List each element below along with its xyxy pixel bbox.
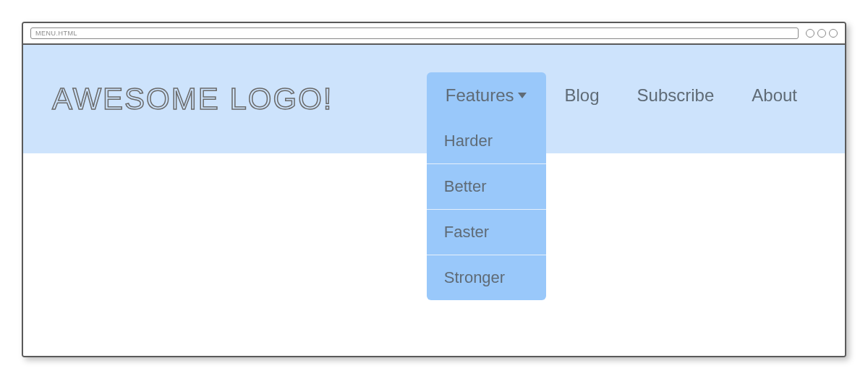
- window-controls: [806, 29, 838, 38]
- dropdown-item-better[interactable]: Better: [427, 164, 546, 210]
- window-minimize-icon[interactable]: [806, 29, 814, 38]
- nav-label-about: About: [752, 85, 797, 106]
- nav-link-about[interactable]: About: [733, 72, 816, 119]
- nav-label-features: Features: [446, 85, 514, 106]
- header-bar: Awesome Logo! Features Harder Better Fas…: [23, 45, 845, 153]
- dropdown-item-faster[interactable]: Faster: [427, 210, 546, 255]
- features-dropdown: Harder Better Faster Stronger: [427, 119, 546, 300]
- url-bar[interactable]: MENU.HTML: [30, 27, 799, 39]
- logo: Awesome Logo!: [52, 82, 333, 116]
- browser-window: MENU.HTML Awesome Logo! Features Har: [22, 22, 846, 357]
- dropdown-item-harder[interactable]: Harder: [427, 119, 546, 164]
- caret-down-icon: [517, 92, 527, 99]
- page-content: Awesome Logo! Features Harder Better Fas…: [23, 45, 845, 356]
- nav-link-features[interactable]: Features: [427, 72, 546, 119]
- dropdown-item-stronger[interactable]: Stronger: [427, 255, 546, 300]
- nav-link-subscribe[interactable]: Subscribe: [618, 72, 733, 119]
- nav-label-subscribe: Subscribe: [637, 85, 715, 106]
- nav-item-features[interactable]: Features Harder Better Faster Stronger: [427, 72, 546, 119]
- nav-item-subscribe[interactable]: Subscribe: [618, 72, 733, 119]
- nav-link-blog[interactable]: Blog: [546, 72, 618, 119]
- nav-label-blog: Blog: [565, 85, 600, 106]
- window-maximize-icon[interactable]: [817, 29, 826, 38]
- window-close-icon[interactable]: [829, 29, 838, 38]
- nav-item-about[interactable]: About: [733, 72, 816, 119]
- browser-chrome: MENU.HTML: [23, 23, 845, 45]
- main-nav: Features Harder Better Faster Stronger: [427, 45, 816, 153]
- nav-item-blog[interactable]: Blog: [546, 72, 618, 119]
- svg-marker-0: [518, 93, 527, 98]
